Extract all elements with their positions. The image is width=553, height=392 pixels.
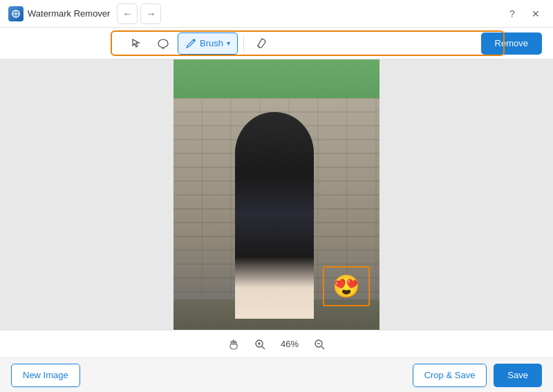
remove-button[interactable]: Remove (481, 32, 542, 55)
brush-tool-button[interactable]: Brush ▾ (178, 32, 238, 55)
footer: New Image Crop & Save Save (0, 357, 553, 392)
zoom-in-button[interactable] (251, 335, 269, 353)
selection-tool-button[interactable] (125, 32, 149, 55)
crop-save-button[interactable]: Crop & Save (413, 364, 487, 387)
watermark-emoji: 😍 (332, 275, 360, 297)
canvas-area: 😍 (0, 59, 553, 330)
photo-image: 😍 (174, 59, 379, 330)
brush-chevron-icon: ▾ (227, 39, 230, 47)
toolbar: Brush ▾ Remove (0, 28, 553, 59)
hand-tool-button[interactable] (225, 335, 243, 353)
brush-label: Brush (200, 38, 223, 48)
svg-line-6 (262, 346, 265, 349)
toolbar-divider-1 (243, 35, 244, 52)
svg-point-3 (194, 39, 196, 41)
app-logo-icon (8, 6, 24, 21)
photo-person (235, 112, 313, 319)
svg-line-4 (258, 46, 260, 48)
status-bar: 46% (0, 330, 553, 357)
footer-left: New Image (11, 364, 413, 387)
svg-line-10 (321, 346, 324, 349)
back-button[interactable]: ← (117, 3, 138, 24)
footer-right: Crop & Save Save (413, 364, 542, 387)
zoom-level-text: 46% (277, 339, 302, 349)
close-button[interactable]: ✕ (527, 5, 545, 23)
help-button[interactable]: ? (503, 5, 521, 23)
forward-button[interactable]: → (140, 3, 161, 24)
app-logo: Watermark Remover (8, 6, 110, 21)
save-button[interactable]: Save (494, 364, 542, 387)
watermark-selection-box[interactable]: 😍 (323, 266, 370, 306)
image-container: 😍 (174, 59, 379, 330)
lasso-tool-button[interactable] (151, 32, 175, 55)
app-title-text: Watermark Remover (28, 8, 110, 19)
zoom-out-button[interactable] (310, 335, 328, 353)
new-image-button[interactable]: New Image (11, 364, 80, 387)
eraser-tool-button[interactable] (250, 32, 273, 55)
title-bar: Watermark Remover ← → ? ✕ (0, 0, 553, 28)
